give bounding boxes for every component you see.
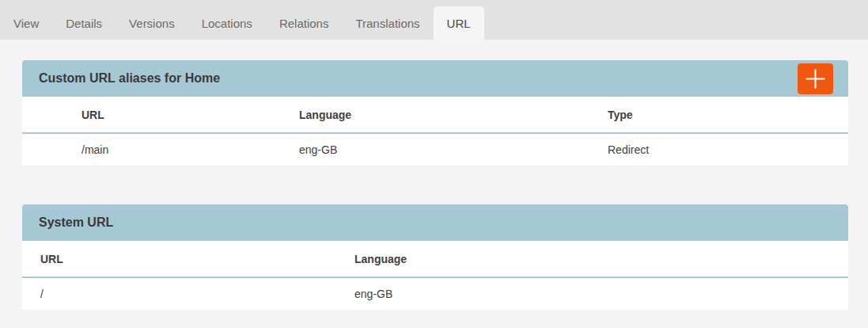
custom-url-aliases-panel-header: Custom URL aliases for Home: [22, 60, 848, 97]
tab-versions[interactable]: Versions: [116, 6, 188, 40]
alias-url-cell: /main: [22, 133, 299, 166]
column-header-url: URL: [22, 241, 354, 277]
table-header-row: URL Language Type: [22, 97, 848, 133]
tab-locations[interactable]: Locations: [188, 6, 266, 40]
system-url-panel-header: System URL: [22, 204, 848, 241]
system-url-cell: /: [22, 277, 354, 310]
column-header-language: Language: [354, 241, 848, 277]
custom-url-aliases-panel: Custom URL aliases for Home URL Language…: [22, 60, 848, 166]
custom-url-aliases-panel-title: Custom URL aliases for Home: [39, 71, 220, 86]
tab-details[interactable]: Details: [52, 6, 116, 40]
table-row: /main eng-GB Redirect: [22, 133, 848, 166]
tab-url[interactable]: URL: [434, 6, 484, 40]
table-header-row: URL Language: [22, 241, 848, 277]
alias-language-cell: eng-GB: [299, 133, 608, 166]
column-header-language: Language: [299, 97, 608, 133]
url-tab-content: Custom URL aliases for Home URL Language…: [0, 40, 868, 310]
custom-url-aliases-table: URL Language Type /main eng-GB Redirect: [22, 97, 848, 166]
tab-view[interactable]: View: [0, 6, 52, 40]
system-url-panel-title: System URL: [39, 215, 113, 230]
plus-icon: [805, 68, 826, 90]
tab-translations[interactable]: Translations: [342, 6, 433, 40]
system-url-table: URL Language / eng-GB: [22, 241, 848, 310]
table-row: / eng-GB: [22, 277, 848, 310]
content-tab-bar: View Details Versions Locations Relation…: [0, 0, 868, 40]
system-url-panel: System URL URL Language / eng-GB: [22, 204, 848, 310]
column-header-type: Type: [608, 97, 848, 133]
column-header-url: URL: [22, 97, 299, 133]
add-url-alias-button[interactable]: [798, 63, 833, 94]
system-language-cell: eng-GB: [354, 277, 848, 310]
tab-relations[interactable]: Relations: [266, 6, 343, 40]
alias-type-cell: Redirect: [608, 133, 848, 166]
